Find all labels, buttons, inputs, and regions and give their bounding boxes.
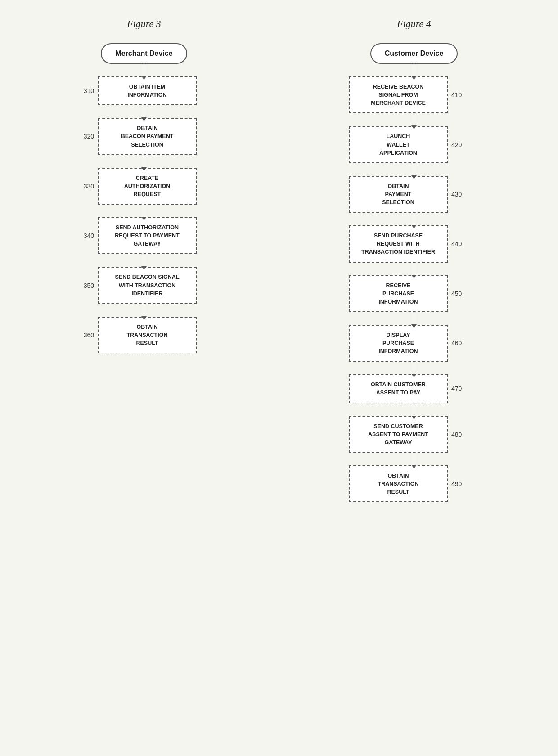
step-box-320: OBTAIN BEACON PAYMENT SELECTION: [98, 118, 197, 155]
customer-device-start: Customer Device: [370, 43, 458, 64]
step-label-330: 330: [79, 183, 98, 190]
step-row-330: 330CREATE AUTHORIZATION REQUEST: [79, 168, 209, 205]
step-row-360: 360OBTAIN TRANSACTION RESULT: [79, 317, 209, 353]
step-box-340: SEND AUTHORIZATION REQUEST TO PAYMENT GA…: [98, 217, 197, 254]
step-row-410: RECEIVE BEACON SIGNAL FROM MERCHANT DEVI…: [349, 76, 479, 113]
step-row-340: 340SEND AUTHORIZATION REQUEST TO PAYMENT…: [79, 217, 209, 254]
step-box-460: DISPLAY PURCHASE INFORMATION: [349, 325, 448, 362]
figure3-flow: Merchant Device 310OBTAIN ITEM INFORMATI…: [79, 43, 209, 353]
step-label-310: 310: [79, 87, 98, 94]
step-label-430: 430: [448, 191, 467, 198]
step-box-450: RECEIVE PURCHASE INFORMATION: [349, 275, 448, 312]
figure4-title: Figure 4: [397, 18, 431, 30]
step-label-480: 480: [448, 431, 467, 438]
step-box-330: CREATE AUTHORIZATION REQUEST: [98, 168, 197, 205]
step-row-440: SEND PURCHASE REQUEST WITH TRANSACTION I…: [349, 225, 479, 262]
step-box-360: OBTAIN TRANSACTION RESULT: [98, 317, 197, 353]
step-box-440: SEND PURCHASE REQUEST WITH TRANSACTION I…: [349, 225, 448, 262]
step-label-460: 460: [448, 340, 467, 347]
step-row-350: 350SEND BEACON SIGNAL WITH TRANSACTION I…: [79, 267, 209, 304]
figure4-column: Figure 4 Customer Device RECEIVE BEACON …: [279, 18, 549, 738]
step-row-480: SEND CUSTOMER ASSENT TO PAYMENT GATEWAY4…: [349, 416, 479, 453]
step-label-350: 350: [79, 282, 98, 289]
step-label-360: 360: [79, 331, 98, 339]
step-label-470: 470: [448, 385, 467, 392]
step-box-420: LAUNCH WALLET APPLICATION: [349, 126, 448, 163]
figure3-title: Figure 3: [127, 18, 161, 30]
step-row-490: OBTAIN TRANSACTION RESULT490: [349, 465, 479, 502]
step-label-420: 420: [448, 141, 467, 148]
step-box-470: OBTAIN CUSTOMER ASSENT TO PAY: [349, 374, 448, 403]
step-box-410: RECEIVE BEACON SIGNAL FROM MERCHANT DEVI…: [349, 76, 448, 113]
step-label-440: 440: [448, 240, 467, 247]
figure4-flow: Customer Device RECEIVE BEACON SIGNAL FR…: [349, 43, 479, 502]
step-box-430: OBTAIN PAYMENT SELECTION: [349, 176, 448, 213]
step-label-490: 490: [448, 480, 467, 488]
step-label-450: 450: [448, 290, 467, 297]
figure3-column: Figure 3 Merchant Device 310OBTAIN ITEM …: [9, 18, 279, 738]
step-row-320: 320OBTAIN BEACON PAYMENT SELECTION: [79, 118, 209, 155]
step-row-450: RECEIVE PURCHASE INFORMATION450: [349, 275, 479, 312]
merchant-device-start: Merchant Device: [101, 43, 187, 64]
step-box-480: SEND CUSTOMER ASSENT TO PAYMENT GATEWAY: [349, 416, 448, 453]
step-box-490: OBTAIN TRANSACTION RESULT: [349, 465, 448, 502]
step-box-350: SEND BEACON SIGNAL WITH TRANSACTION IDEN…: [98, 267, 197, 304]
step-label-410: 410: [448, 91, 467, 98]
step-row-460: DISPLAY PURCHASE INFORMATION460: [349, 325, 479, 362]
step-box-310: OBTAIN ITEM INFORMATION: [98, 76, 197, 105]
step-label-340: 340: [79, 232, 98, 239]
step-row-420: LAUNCH WALLET APPLICATION420: [349, 126, 479, 163]
step-row-310: 310OBTAIN ITEM INFORMATION: [79, 76, 209, 105]
step-label-320: 320: [79, 133, 98, 140]
step-row-430: OBTAIN PAYMENT SELECTION430: [349, 176, 479, 213]
step-row-470: OBTAIN CUSTOMER ASSENT TO PAY470: [349, 374, 479, 403]
